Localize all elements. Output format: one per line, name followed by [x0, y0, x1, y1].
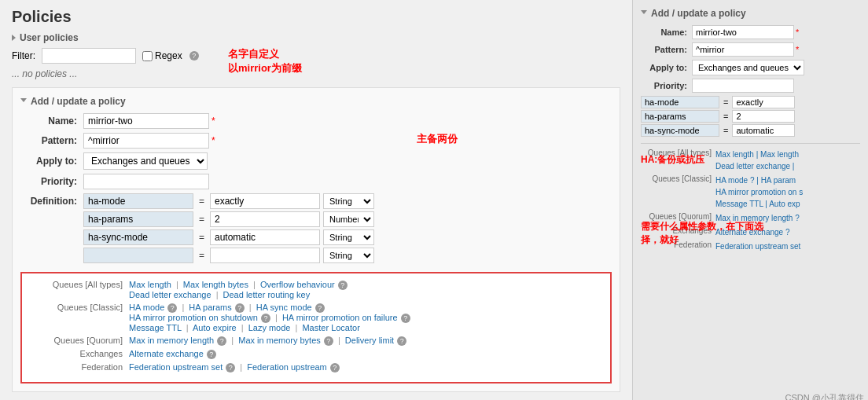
ref-dead-letter-exchange[interactable]: Dead letter exchange — [129, 290, 211, 299]
rp-collapse-icon[interactable] — [641, 10, 647, 17]
rp-def-val-2[interactable] — [732, 110, 795, 123]
ref-federation-upstream[interactable]: Federation upstream — [247, 362, 327, 372]
ha-sync-help-icon[interactable]: ? — [315, 303, 325, 313]
fed-upstream-set-help[interactable]: ? — [226, 363, 235, 372]
overflow-help-icon[interactable]: ? — [338, 281, 348, 290]
ref-cat-exchanges: Exchanges — [28, 349, 123, 358]
def-row-3: = String Number Boolean — [83, 229, 374, 245]
def-key-2[interactable] — [83, 211, 193, 227]
rp-ha-param[interactable]: HA param — [761, 176, 796, 185]
definition-rows: = String Number Boolean = Number Stri — [83, 193, 374, 266]
def-type-2[interactable]: Number String Boolean — [323, 211, 374, 227]
def-type-1[interactable]: String Number Boolean — [323, 193, 374, 209]
ref-lazy-mode[interactable]: Lazy mode — [248, 323, 291, 332]
rp-ref-items-queues-classic: HA mode ? | HA param HA mirror promotion… — [715, 174, 803, 210]
ref-ha-mirror-shutdown[interactable]: HA mirror promotion on shutdown — [129, 313, 258, 322]
regex-help-icon[interactable]: ? — [189, 51, 199, 61]
rp-max-length[interactable]: Max length — [715, 150, 754, 159]
max-mem-len-help[interactable]: ? — [217, 336, 226, 346]
rp-def-key-2[interactable] — [641, 110, 719, 123]
def-val-2[interactable] — [210, 211, 320, 227]
ref-federation-upstream-set[interactable]: Federation upstream set — [129, 362, 223, 372]
def-key-3[interactable] — [83, 229, 193, 245]
def-eq-3: = — [197, 232, 207, 243]
rp-def-key-3[interactable] — [641, 124, 719, 137]
ref-row-exchanges: Exchanges Alternate exchange ? — [28, 349, 604, 359]
rp-def-val-3[interactable] — [732, 124, 795, 137]
ref-cat-federation: Federation — [28, 362, 123, 372]
def-type-3[interactable]: String Number Boolean — [323, 229, 374, 245]
rp-name-input[interactable] — [692, 25, 794, 39]
ref-auto-expire[interactable]: Auto expire — [193, 323, 237, 332]
rp-priority-input[interactable] — [692, 79, 794, 93]
priority-input[interactable] — [83, 174, 209, 189]
ha-mirror-shutdown-help[interactable]: ? — [261, 314, 270, 323]
def-val-3[interactable] — [210, 229, 320, 245]
ref-cat-queues-all: Queues [All types] — [28, 280, 123, 289]
ref-ha-mirror-failure[interactable]: HA mirror promotion on failure — [282, 313, 398, 322]
rp-def-key-1[interactable] — [641, 96, 719, 108]
def-val-1[interactable] — [210, 193, 320, 209]
regex-checkbox[interactable] — [142, 51, 153, 61]
def-key-4[interactable] — [83, 248, 193, 263]
filter-input[interactable] — [42, 48, 136, 64]
def-val-4[interactable] — [210, 248, 320, 263]
delivery-limit-help[interactable]: ? — [397, 336, 406, 346]
rp-pattern-label: Pattern: — [641, 45, 692, 54]
priority-label: Priority: — [20, 176, 83, 187]
def-row-4: = String Number Boolean — [83, 248, 374, 263]
rp-name-row: Name: * — [641, 25, 860, 39]
ha-params-help-icon[interactable]: ? — [235, 303, 245, 313]
ha-mode-help-icon[interactable]: ? — [167, 303, 177, 313]
rp-pattern-input[interactable] — [692, 42, 794, 57]
ref-row-queues-quorum: Queues [Quorum] Max in memory length ? |… — [28, 336, 604, 346]
annotation-ha: HA:备份或抗压 — [641, 153, 704, 167]
ha-mirror-failure-help[interactable]: ? — [401, 314, 410, 323]
rp-message-ttl[interactable]: Message TTL — [715, 200, 763, 208]
fed-upstream-help[interactable]: ? — [330, 363, 340, 372]
ref-row-queues-classic: Queues [Classic] HA mode ? | HA params ?… — [28, 303, 604, 332]
regex-checkbox-label[interactable]: Regex — [142, 50, 182, 61]
ref-master-locator[interactable]: Master Locator — [302, 323, 359, 332]
rp-apply-select[interactable]: Exchanges and queues — [692, 60, 804, 75]
rp-pattern-row: Pattern: * — [641, 42, 860, 57]
ref-delivery-limit[interactable]: Delivery limit — [345, 336, 394, 345]
pattern-input[interactable] — [83, 133, 209, 149]
rp-ha-mode[interactable]: HA mode — [715, 176, 748, 185]
ref-max-length[interactable]: Max length — [129, 280, 171, 289]
right-panel: Add / update a policy Name: * Pattern: *… — [632, 0, 868, 400]
collapse-icon[interactable] — [12, 35, 16, 41]
ref-dead-letter-routing-key[interactable]: Dead letter routing key — [223, 290, 311, 299]
annotation-2: 主备两份 — [417, 132, 458, 146]
ref-ha-params[interactable]: HA params — [189, 303, 231, 312]
rp-def-val-1[interactable] — [732, 96, 795, 108]
alt-exchange-help[interactable]: ? — [207, 350, 216, 359]
ref-ha-sync-mode[interactable]: HA sync mode — [256, 303, 312, 312]
ann3-line1: HA:备份或抗压 — [641, 154, 704, 165]
name-input[interactable] — [83, 113, 209, 129]
apply-to-label: Apply to: — [20, 156, 83, 167]
ref-message-ttl[interactable]: Message TTL — [129, 323, 182, 332]
rp-def-row-1: = — [641, 96, 860, 108]
def-eq-1: = — [197, 196, 207, 207]
ref-overflow-behaviour[interactable]: Overflow behaviour — [260, 280, 335, 289]
add-policy-collapse-icon[interactable] — [20, 98, 27, 105]
rp-defs-section: = = = — [641, 96, 860, 137]
rp-apply-label: Apply to: — [641, 63, 692, 72]
ref-max-length-bytes[interactable]: Max length bytes — [183, 280, 248, 289]
def-key-1[interactable] — [83, 193, 193, 209]
annotation-1: 名字自定义 以mirrior为前缀 — [228, 47, 302, 75]
rp-max-length2[interactable]: Max length — [760, 150, 799, 159]
ref-alternate-exchange[interactable]: Alternate exchange — [129, 349, 204, 358]
name-required: * — [211, 116, 215, 127]
ref-max-memory-length[interactable]: Max in memory length — [129, 336, 214, 345]
def-type-4[interactable]: String Number Boolean — [323, 248, 374, 263]
add-policy-title: Add / update a policy — [31, 96, 126, 107]
ref-max-memory-bytes[interactable]: Max in memory bytes — [238, 336, 321, 345]
rp-def-eq-1: = — [722, 97, 730, 107]
rp-dead-letter[interactable]: Dead letter exchange — [715, 162, 790, 171]
max-mem-bytes-help[interactable]: ? — [324, 336, 333, 346]
ref-ha-mode[interactable]: HA mode — [129, 303, 164, 312]
apply-to-select[interactable]: Exchanges and queues Exchanges Queues — [83, 152, 208, 170]
ann4-line1: 需要什么属性参数，在下面选 — [641, 221, 763, 232]
